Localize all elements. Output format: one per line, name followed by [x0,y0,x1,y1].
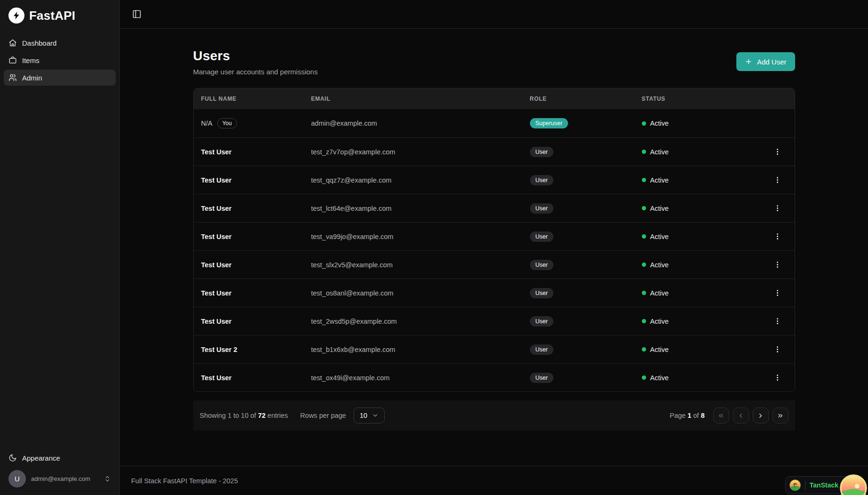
sidebar-item-admin[interactable]: Admin [4,70,116,86]
table-row: N/A You admin@example.com Superuser Acti… [194,109,795,137]
status-dot-icon [642,375,646,380]
cell-email: test_os8anl@example.com [311,289,530,297]
cell-email: test_qqz7z@example.com [311,176,530,184]
pagination-bar: Showing 1 to 10 of 72 entries Rows per p… [193,400,795,431]
next-page-button[interactable] [753,407,769,423]
cell-full-name: N/A You [201,118,311,128]
cell-role: User [530,175,642,185]
ellipsis-vertical-icon [773,345,781,353]
cell-email: test_slx2v5@example.com [311,261,530,269]
status-label: Active [650,261,669,269]
row-menu-button[interactable] [772,202,783,214]
page-title: Users [193,48,318,64]
status-label: Active [650,205,669,212]
rows-per-page-label: Rows per page [300,412,346,419]
table-row: Test User test_slx2v5@example.com User A… [194,250,795,279]
status-label: Active [650,233,669,240]
cell-actions [744,174,787,186]
chevron-down-icon [372,412,379,419]
ellipsis-vertical-icon [773,317,781,325]
status-label: Active [650,318,669,325]
rows-per-page-select[interactable]: 10 [354,407,385,423]
plus-icon [745,58,752,65]
pagination-left: Showing 1 to 10 of 72 entries Rows per p… [200,407,385,423]
row-menu-button[interactable] [772,174,783,186]
entries-total: 72 [258,412,266,419]
sidebar-item-dashboard[interactable]: Dashboard [4,35,116,51]
table-row: Test User test_qqz7z@example.com User Ac… [194,166,795,194]
cell-status: Active [642,374,744,382]
cell-role: User [530,373,642,383]
cell-status: Active [642,120,744,127]
role-badge: User [530,203,553,214]
row-menu-button[interactable] [772,231,783,242]
sidebar-item-label: Items [22,56,39,64]
cell-actions [744,231,787,242]
chevrons-right-icon [777,412,784,419]
status-dot-icon [642,291,646,295]
sidebar-item-items[interactable]: Items [4,52,116,68]
tanstack-logo-large-icon[interactable] [840,474,867,495]
previous-page-button[interactable] [733,407,749,423]
cell-actions [744,202,787,214]
ellipsis-vertical-icon [773,374,781,382]
chevron-right-icon [757,412,764,419]
role-badge: User [530,288,553,298]
status-label: Active [650,176,669,184]
devtools-divider [805,481,805,489]
role-badge: User [530,344,553,355]
cell-actions [744,372,787,383]
moon-icon [8,454,17,462]
user-email: admin@example.com [31,475,99,482]
cell-role: User [530,147,642,157]
users-page: Users Manage user accounts and permissio… [193,29,795,431]
sidebar-spacer [0,90,119,446]
role-badge: User [530,260,553,270]
status-dot-icon [642,206,646,210]
full-name-text: Test User [201,205,232,212]
role-badge: User [530,373,553,383]
main-column: Users Manage user accounts and permissio… [120,0,868,495]
row-menu-button[interactable] [772,287,783,299]
cell-role: User [530,316,642,327]
ellipsis-vertical-icon [773,289,781,297]
role-badge: Superuser [530,118,568,128]
brand-name: FastAPI [29,8,75,23]
tanstack-logo-small-icon [789,479,801,491]
cell-role: User [530,288,642,298]
user-menu[interactable]: U admin@example.com [4,466,116,490]
row-menu-button[interactable] [772,343,783,355]
row-menu-button[interactable] [772,372,783,383]
cell-status: Active [642,148,744,156]
table-row: Test User test_va99jo@example.com User A… [194,222,795,250]
first-page-button[interactable] [713,407,729,423]
status-dot-icon [642,347,646,351]
full-name-text: Test User [201,148,232,156]
add-user-button[interactable]: Add User [736,52,795,71]
page-subtitle: Manage user accounts and permissions [193,68,318,76]
brand-logo[interactable]: FastAPI [0,0,119,30]
column-header-email: Email [311,96,530,102]
role-badge: User [530,316,553,327]
ellipsis-vertical-icon [773,204,781,212]
cell-full-name: Test User 2 [201,346,311,353]
appearance-toggle[interactable]: Appearance [4,449,116,466]
last-page-button[interactable] [773,407,789,423]
tanstack-devtools-badge: TanStack [785,476,863,494]
sidebar-toggle-button[interactable] [130,8,143,21]
row-menu-button[interactable] [772,146,783,158]
full-name-text: Test User [201,261,232,269]
cell-full-name: Test User [201,261,311,269]
row-menu-button[interactable] [772,259,783,271]
full-name-text: Test User 2 [201,346,237,353]
cell-full-name: Test User [201,176,311,184]
cell-email: test_va99jo@example.com [311,233,530,240]
page-header: Users Manage user accounts and permissio… [193,48,795,76]
table-row: Test User test_os8anl@example.com User A… [194,279,795,307]
row-menu-button[interactable] [772,315,783,327]
chevrons-up-down-icon [104,475,111,482]
rows-per-page-value: 10 [360,412,367,419]
table-body: N/A You admin@example.com Superuser Acti… [194,109,795,391]
table-row: Test User test_z7v7op@example.com User A… [194,137,795,166]
main-content: Users Manage user accounts and permissio… [120,29,868,466]
